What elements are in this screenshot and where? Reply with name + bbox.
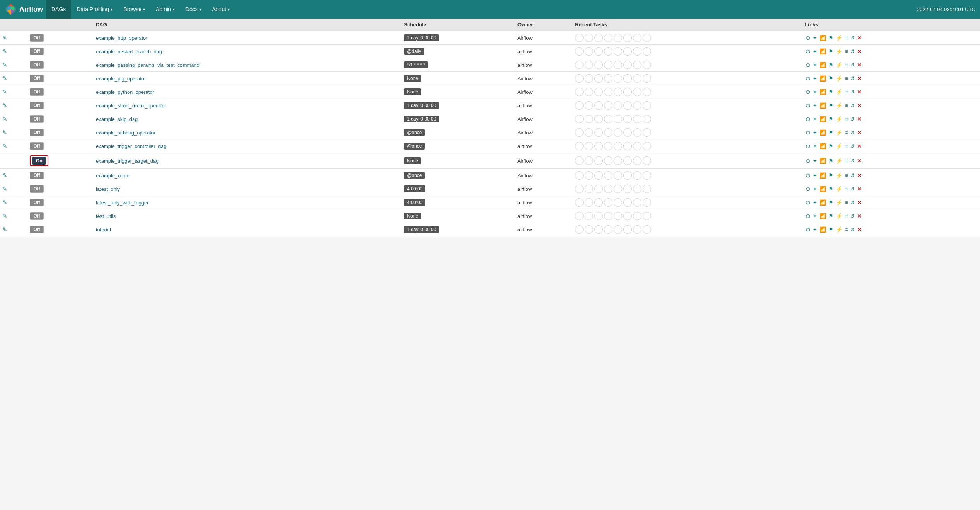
brand[interactable]: Airflow	[5, 3, 43, 15]
delete-icon[interactable]: ✕	[856, 75, 863, 82]
logs-icon[interactable]: ↺	[849, 185, 856, 192]
logs-icon[interactable]: ↺	[849, 226, 856, 233]
graph-view-icon[interactable]: 📶	[819, 185, 827, 192]
delete-icon[interactable]: ✕	[856, 199, 863, 206]
nav-item-browse[interactable]: Browse▾	[118, 0, 150, 19]
gantt-icon[interactable]: ⚡	[835, 129, 843, 136]
toggle-off-button[interactable]: Off	[30, 61, 44, 69]
tree-view-icon[interactable]: ✦	[812, 75, 818, 82]
dag-name-link[interactable]: example_subdag_operator	[96, 130, 156, 136]
duration-icon[interactable]: ⚑	[828, 226, 834, 233]
code-icon[interactable]: ≡	[844, 226, 849, 233]
edit-icon[interactable]: ✎	[2, 172, 7, 178]
gantt-icon[interactable]: ⚡	[835, 116, 843, 122]
gantt-icon[interactable]: ⚡	[835, 143, 843, 150]
toggle-off-button[interactable]: Off	[30, 115, 44, 123]
toggle-on-button[interactable]: On	[32, 157, 46, 165]
dag-name-link[interactable]: latest_only_with_trigger	[96, 200, 149, 206]
dag-name-link[interactable]: example_python_operator	[96, 89, 154, 95]
trigger-dag-icon[interactable]: ⊙	[805, 34, 811, 41]
graph-view-icon[interactable]: 📶	[819, 75, 827, 82]
logs-icon[interactable]: ↺	[849, 61, 856, 68]
toggle-off-button[interactable]: Off	[30, 75, 44, 82]
dag-name-link[interactable]: example_xcom	[96, 173, 129, 178]
toggle-off-button[interactable]: Off	[30, 34, 44, 42]
trigger-dag-icon[interactable]: ⊙	[805, 212, 811, 219]
toggle-off-button[interactable]: Off	[30, 88, 44, 96]
logs-icon[interactable]: ↺	[849, 129, 856, 136]
tree-view-icon[interactable]: ✦	[812, 116, 818, 122]
trigger-dag-icon[interactable]: ⊙	[805, 157, 811, 164]
edit-icon[interactable]: ✎	[2, 75, 7, 82]
gantt-icon[interactable]: ⚡	[835, 226, 843, 233]
trigger-dag-icon[interactable]: ⊙	[805, 116, 811, 122]
graph-view-icon[interactable]: 📶	[819, 199, 827, 206]
duration-icon[interactable]: ⚑	[828, 75, 834, 82]
edit-icon[interactable]: ✎	[2, 48, 7, 54]
duration-icon[interactable]: ⚑	[828, 212, 834, 219]
logs-icon[interactable]: ↺	[849, 199, 856, 206]
edit-icon[interactable]: ✎	[2, 116, 7, 122]
edit-icon[interactable]: ✎	[2, 61, 7, 68]
gantt-icon[interactable]: ⚡	[835, 102, 843, 109]
duration-icon[interactable]: ⚑	[828, 185, 834, 192]
tree-view-icon[interactable]: ✦	[812, 61, 818, 68]
code-icon[interactable]: ≡	[844, 75, 849, 82]
trigger-dag-icon[interactable]: ⊙	[805, 172, 811, 179]
tree-view-icon[interactable]: ✦	[812, 157, 818, 164]
nav-item-data-profiling[interactable]: Data Profiling▾	[71, 0, 118, 19]
tree-view-icon[interactable]: ✦	[812, 172, 818, 179]
graph-view-icon[interactable]: 📶	[819, 226, 827, 233]
gantt-icon[interactable]: ⚡	[835, 88, 843, 95]
delete-icon[interactable]: ✕	[856, 212, 863, 219]
toggle-off-button[interactable]: Off	[30, 212, 44, 220]
edit-icon[interactable]: ✎	[2, 226, 7, 233]
duration-icon[interactable]: ⚑	[828, 102, 834, 109]
dag-name-link[interactable]: test_utils	[96, 213, 116, 219]
code-icon[interactable]: ≡	[844, 185, 849, 192]
tree-view-icon[interactable]: ✦	[812, 226, 818, 233]
delete-icon[interactable]: ✕	[856, 116, 863, 122]
gantt-icon[interactable]: ⚡	[835, 199, 843, 206]
delete-icon[interactable]: ✕	[856, 102, 863, 109]
edit-icon[interactable]: ✎	[2, 129, 7, 136]
code-icon[interactable]: ≡	[844, 88, 849, 95]
duration-icon[interactable]: ⚑	[828, 61, 834, 68]
code-icon[interactable]: ≡	[844, 116, 849, 122]
graph-view-icon[interactable]: 📶	[819, 48, 827, 55]
trigger-dag-icon[interactable]: ⊙	[805, 226, 811, 233]
trigger-dag-icon[interactable]: ⊙	[805, 129, 811, 136]
dag-name-link[interactable]: example_http_operator	[96, 35, 148, 41]
dag-name-link[interactable]: tutorial	[96, 227, 111, 233]
delete-icon[interactable]: ✕	[856, 61, 863, 68]
toggle-off-button[interactable]: Off	[30, 172, 44, 179]
nav-item-dags[interactable]: DAGs	[46, 0, 71, 19]
tree-view-icon[interactable]: ✦	[812, 185, 818, 192]
dag-name-link[interactable]: example_short_circuit_operator	[96, 103, 166, 109]
logs-icon[interactable]: ↺	[849, 212, 856, 219]
logs-icon[interactable]: ↺	[849, 75, 856, 82]
duration-icon[interactable]: ⚑	[828, 88, 834, 95]
logs-icon[interactable]: ↺	[849, 48, 856, 55]
code-icon[interactable]: ≡	[844, 34, 849, 41]
dag-name-link[interactable]: example_passing_params_via_test_command	[96, 62, 199, 68]
code-icon[interactable]: ≡	[844, 212, 849, 219]
logs-icon[interactable]: ↺	[849, 102, 856, 109]
gantt-icon[interactable]: ⚡	[835, 157, 843, 164]
graph-view-icon[interactable]: 📶	[819, 61, 827, 68]
tree-view-icon[interactable]: ✦	[812, 129, 818, 136]
dag-name-link[interactable]: latest_only	[96, 186, 120, 192]
edit-icon[interactable]: ✎	[2, 102, 7, 109]
gantt-icon[interactable]: ⚡	[835, 185, 843, 192]
trigger-dag-icon[interactable]: ⊙	[805, 143, 811, 150]
code-icon[interactable]: ≡	[844, 129, 849, 136]
gantt-icon[interactable]: ⚡	[835, 75, 843, 82]
delete-icon[interactable]: ✕	[856, 88, 863, 95]
duration-icon[interactable]: ⚑	[828, 172, 834, 179]
graph-view-icon[interactable]: 📶	[819, 88, 827, 95]
gantt-icon[interactable]: ⚡	[835, 61, 843, 68]
code-icon[interactable]: ≡	[844, 102, 849, 109]
graph-view-icon[interactable]: 📶	[819, 143, 827, 150]
trigger-dag-icon[interactable]: ⊙	[805, 75, 811, 82]
toggle-off-button[interactable]: Off	[30, 48, 44, 55]
